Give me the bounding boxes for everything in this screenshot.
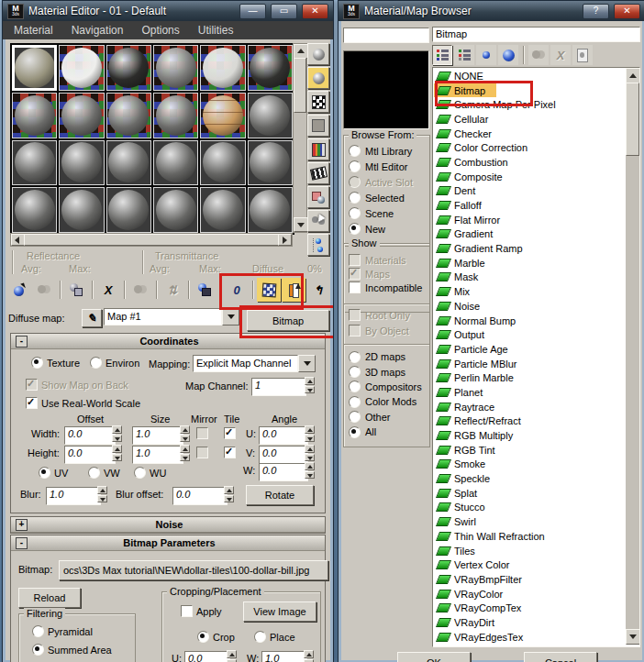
blur-spinner[interactable] [97, 486, 107, 502]
radio-scene[interactable]: Scene [344, 205, 429, 221]
radio-all[interactable]: All [344, 425, 429, 439]
menu-material[interactable]: Material [14, 24, 53, 37]
height-tile-checkbox[interactable] [224, 447, 236, 458]
texture-radio[interactable]: Texture [31, 357, 80, 369]
w-angle-field[interactable]: 0.0 [259, 463, 308, 481]
list-vscrollbar[interactable] [626, 68, 639, 645]
map-item-smoke[interactable]: Smoke [434, 458, 625, 472]
u-angle-field[interactable]: 0.0 [259, 426, 308, 445]
width-mirror-checkbox[interactable] [196, 427, 208, 439]
map-item-gradient[interactable]: Gradient [434, 227, 625, 242]
show-end-result-button[interactable] [282, 278, 305, 302]
selection-name-field[interactable]: Bitmap [432, 27, 640, 42]
height-offset-spinner[interactable] [112, 445, 122, 461]
video-color-check-button[interactable] [307, 138, 329, 160]
close-button[interactable]: ✕ [302, 4, 328, 19]
map-item-rgb-multiply[interactable]: RGB Multiply [434, 428, 625, 443]
map-item-noise[interactable]: Noise [434, 299, 625, 314]
check-root-only[interactable]: Root Only [344, 307, 429, 323]
bitmap-path-button[interactable]: ocs\3Ds Max tutorial\NEW\dollar-tiles\10… [59, 560, 328, 580]
background-button[interactable] [307, 91, 329, 113]
height-mirror-checkbox[interactable] [196, 447, 208, 458]
map-item-particle-age[interactable]: Particle Age [434, 342, 625, 357]
map-item-checker[interactable]: Checker [434, 127, 625, 141]
check-maps[interactable]: Maps [344, 267, 429, 281]
minimize-button[interactable]: — [239, 4, 266, 19]
chevron-down-icon[interactable] [298, 355, 316, 372]
radio-new[interactable]: New [344, 221, 429, 237]
map-item-perlin-marble[interactable]: Perlin Marble [434, 370, 625, 385]
map-item-stucco[interactable]: Stucco [434, 501, 625, 515]
close-button[interactable]: ✕ [614, 4, 640, 19]
make-preview-button[interactable] [307, 162, 329, 184]
map-item-flat-mirror[interactable]: Flat Mirror [434, 213, 625, 227]
noise-rollout-header[interactable]: + Noise [11, 517, 325, 533]
material-map-navigator-button[interactable] [307, 234, 329, 256]
collapse-icon[interactable]: - [16, 537, 28, 549]
material-slot-10[interactable] [153, 93, 198, 138]
get-material-button[interactable] [7, 278, 31, 302]
material-slot-11[interactable] [200, 93, 245, 138]
width-tile-checkbox[interactable] [224, 427, 236, 439]
ok-button[interactable]: OK [397, 652, 471, 662]
map-item-output[interactable]: Output [434, 327, 625, 342]
slots-vscrollbar[interactable] [293, 43, 307, 233]
material-id-channel-button[interactable]: 0 [225, 278, 249, 302]
uv-radio[interactable]: UV [39, 467, 68, 479]
map-item-splat[interactable]: Splat [434, 486, 625, 501]
w-angle-spinner[interactable] [305, 462, 315, 479]
map-item-vraydirt[interactable]: VRayDirt [434, 615, 625, 630]
height-size-field[interactable]: 1.0 [132, 446, 183, 464]
map-item-thin-wall-refraction[interactable]: Thin Wall Refraction [434, 529, 625, 544]
scroll-left-arrow[interactable] [11, 234, 25, 246]
map-item-normal-bump[interactable]: Normal Bump [434, 314, 625, 328]
map-item-mix[interactable]: Mix [434, 284, 625, 299]
scroll-thumb[interactable] [294, 58, 306, 113]
put-material-to-scene-button[interactable] [32, 278, 56, 302]
view-small-icons-button[interactable] [476, 45, 496, 65]
go-to-parent-button[interactable]: ↰ [306, 278, 330, 302]
wu-radio[interactable]: WU [134, 467, 166, 479]
reload-button[interactable]: Reload [18, 588, 81, 608]
slots-hscrollbar[interactable] [10, 233, 293, 247]
scroll-thumb[interactable] [626, 83, 639, 156]
show-map-on-back-checkbox[interactable]: Show Map on Back [26, 379, 128, 391]
map-item-camera-map-per-pixel[interactable]: Camera Map Per Pixel [434, 97, 625, 112]
map-item-bitmap[interactable]: Bitmap [434, 83, 496, 98]
material-slot-15[interactable] [106, 140, 151, 186]
material-slot-24[interactable] [248, 187, 293, 233]
width-size-field[interactable]: 1.0 [132, 426, 183, 445]
material-slot-2[interactable] [59, 45, 104, 91]
map-channel-field[interactable]: 1 [251, 378, 306, 396]
material-slot-9[interactable] [106, 93, 151, 138]
crop-u-field[interactable]: 0.0 [184, 651, 230, 662]
assign-material-button[interactable] [64, 278, 88, 302]
material-slot-16[interactable] [153, 140, 198, 186]
make-unique-button[interactable]: ⇅ [161, 278, 184, 302]
map-item-falloff[interactable]: Falloff [434, 198, 625, 213]
material-slot-19[interactable] [12, 187, 57, 233]
rotate-button[interactable]: Rotate [246, 485, 314, 505]
radio-mtl-library[interactable]: Mtl Library [344, 143, 429, 159]
map-item-speckle[interactable]: Speckle [434, 471, 625, 486]
height-size-spinner[interactable] [180, 445, 190, 461]
sample-uv-tiling-button[interactable] [307, 115, 329, 137]
menu-options[interactable]: Options [141, 24, 179, 37]
map-item-rgb-tint[interactable]: RGB Tint [434, 443, 625, 458]
scroll-up-arrow[interactable] [294, 44, 308, 59]
check-by-object[interactable]: By Object [344, 323, 429, 338]
select-by-material-button[interactable] [307, 210, 329, 232]
material-slot-21[interactable] [106, 187, 151, 233]
put-to-library-button[interactable] [193, 278, 217, 302]
go-forward-sibling-button[interactable]: ↪ [331, 278, 334, 302]
summed-area-radio[interactable]: Summed Area [32, 644, 112, 656]
material-slot-13[interactable] [12, 140, 57, 186]
map-item-vraycolor[interactable]: VRayColor [434, 587, 625, 601]
map-item-tiles[interactable]: Tiles [434, 544, 625, 558]
delete-from-library-button[interactable]: X [550, 45, 571, 65]
pyramidal-radio[interactable]: Pyramidal [32, 625, 93, 637]
blur-offset-field[interactable]: 0.0 [172, 487, 228, 505]
u-angle-spinner[interactable] [305, 425, 315, 442]
radio-compositors[interactable]: Compositors [344, 380, 429, 394]
material-slot-1[interactable] [12, 45, 57, 91]
